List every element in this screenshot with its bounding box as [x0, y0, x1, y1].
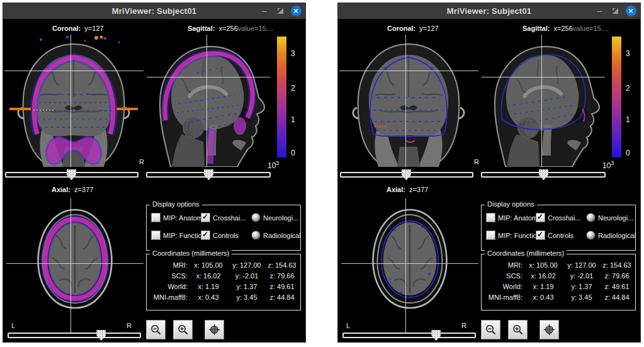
coord-z: z: 44.84: [601, 293, 633, 301]
coord-x: x: 105.00: [524, 261, 562, 269]
colorbar-scale-exponent: 3: [611, 160, 614, 166]
checkbox-mip-anatomy[interactable]: MIP: Anatomy: [151, 213, 206, 222]
checkbox-mip-functional[interactable]: MIP: Functio...: [486, 230, 543, 240]
crosshair-globe-button[interactable]: [539, 320, 559, 339]
slider-track[interactable]: [342, 333, 476, 338]
window-title: MriViewer: Subject01: [112, 6, 197, 16]
slider-thumb[interactable]: [67, 169, 76, 180]
coronal-slice-view[interactable]: [339, 35, 478, 167]
close-button[interactable]: ✕: [289, 3, 303, 19]
radio-radiological[interactable]: Radiological: [586, 230, 636, 240]
minimize-icon: –: [262, 6, 266, 16]
close-button[interactable]: ✕: [624, 3, 638, 19]
radio-label: Neurologi...: [598, 214, 633, 222]
coord-z: z: 79.66: [266, 272, 298, 280]
checkbox-label: Controls: [213, 232, 239, 239]
restore-button[interactable]: [273, 3, 287, 19]
zoom-in-icon: [177, 324, 189, 336]
axial-slice-slider[interactable]: [8, 333, 141, 340]
radio-radiological[interactable]: Radiological: [251, 230, 301, 240]
coord-z: z: 154.63: [266, 261, 298, 269]
axial-slice-slider[interactable]: [342, 333, 476, 340]
radio-icon[interactable]: [586, 213, 596, 222]
minimize-button[interactable]: –: [592, 3, 606, 19]
checkbox-controls[interactable]: Controls: [536, 230, 573, 240]
sagittal-name: Sagittal:: [523, 25, 550, 32]
restore-icon: [613, 8, 618, 14]
checkbox-mip-anatomy[interactable]: MIP: Anatomy: [486, 213, 541, 222]
viewer-content: Coronal: y=127 Sagittal: x=256value=15..…: [338, 19, 640, 342]
slider-thumb[interactable]: [539, 169, 548, 180]
coord-y: y: 127.00: [227, 261, 266, 269]
sagittal-slice-slider[interactable]: [146, 172, 271, 179]
sagittal-slice-view[interactable]: [482, 35, 605, 167]
close-icon: ✕: [626, 6, 636, 16]
sagittal-position: x=256: [554, 25, 573, 32]
crosshair-globe-button[interactable]: [205, 320, 224, 339]
zoom-in-button[interactable]: [173, 320, 193, 339]
display-options-group: Display options MIP: Anatomy Crosshai...…: [146, 205, 301, 251]
checkbox-crosshair[interactable]: Crosshai...: [201, 213, 246, 222]
coord-x: x: 16.02: [189, 272, 227, 280]
axial-slice-view[interactable]: [341, 198, 478, 318]
colorbar-scale-base: 10: [602, 161, 611, 170]
slider-thumb[interactable]: [402, 169, 411, 180]
minimize-button[interactable]: –: [257, 3, 271, 19]
radio-label: Radiological: [598, 232, 636, 239]
checkbox-mip-functional[interactable]: MIP: Functio...: [151, 230, 208, 240]
zoom-out-button[interactable]: [481, 320, 500, 339]
coronal-slice-view[interactable]: [4, 35, 144, 167]
checkbox-icon[interactable]: [151, 213, 161, 222]
coordinates-legend: Coordinates (millimeters): [485, 249, 567, 257]
coronal-view-label: Coronal: y=127: [52, 25, 104, 32]
coord-y: y: 127.00: [562, 261, 601, 269]
restore-button[interactable]: [608, 3, 622, 19]
colorbar-scale-base: 10: [268, 161, 276, 170]
colorbar-tick: 0: [626, 149, 630, 157]
checkbox-icon[interactable]: [151, 230, 161, 240]
checkbox-checked-icon[interactable]: [201, 213, 210, 222]
window-titlebar[interactable]: MriViewer: Subject01 – ✕: [3, 3, 305, 19]
coordinates-group: Coordinates (millimeters) MRI:x: 105.00y…: [146, 254, 301, 310]
slider-thumb[interactable]: [96, 330, 106, 341]
radio-neurological[interactable]: Neurologi...: [251, 213, 298, 222]
viewer-content: Coronal: y=127 Sagittal: x=256value=15..…: [3, 19, 305, 342]
coronal-slice-slider[interactable]: [340, 172, 473, 179]
slider-thumb[interactable]: [431, 330, 441, 341]
window-titlebar[interactable]: MriViewer: Subject01 – ✕: [338, 3, 640, 19]
coordinates-table: MRI:x: 105.00y: 127.00z: 154.63 SCS:x: 1…: [483, 261, 634, 301]
coronal-position: y=127: [84, 25, 103, 32]
axial-right-marker: R: [461, 322, 466, 329]
zoom-in-button[interactable]: [508, 320, 528, 339]
checkbox-crosshair[interactable]: Crosshai...: [536, 213, 581, 222]
colorbar-tick: 1: [626, 115, 630, 124]
checkbox-checked-icon[interactable]: [536, 213, 545, 222]
coord-y: y: 3.45: [562, 293, 601, 301]
sagittal-slice-slider[interactable]: [481, 172, 606, 179]
close-icon: ✕: [291, 6, 302, 16]
sagittal-view-label: Sagittal: x=256value=15....: [523, 25, 609, 32]
checkbox-icon[interactable]: [486, 213, 495, 222]
mri-viewer-window: MriViewer: Subject01 – ✕ Coronal: y=127 …: [3, 3, 305, 342]
coronal-slice-slider[interactable]: [5, 172, 138, 179]
radio-icon[interactable]: [251, 230, 261, 240]
crosshair-globe-icon: [208, 324, 220, 336]
coord-x: x: 16.02: [524, 272, 562, 280]
slider-thumb[interactable]: [204, 169, 213, 180]
colorbar: [612, 37, 621, 157]
checkbox-checked-icon[interactable]: [536, 230, 545, 240]
colorbar-tick: 1: [291, 115, 295, 124]
colorbar-tick: 3: [626, 49, 630, 58]
zoom-out-button[interactable]: [146, 320, 166, 339]
radio-neurological[interactable]: Neurologi...: [586, 213, 633, 222]
radio-icon[interactable]: [251, 213, 261, 222]
checkbox-checked-icon[interactable]: [201, 230, 210, 240]
coord-x: x: 0.43: [189, 293, 227, 301]
sagittal-slice-view[interactable]: [147, 35, 270, 167]
slider-track[interactable]: [8, 333, 141, 338]
checkbox-controls[interactable]: Controls: [201, 230, 239, 240]
axial-name: Axial:: [52, 186, 71, 193]
axial-slice-view[interactable]: [6, 198, 144, 318]
checkbox-icon[interactable]: [486, 230, 495, 240]
radio-icon[interactable]: [586, 230, 596, 240]
